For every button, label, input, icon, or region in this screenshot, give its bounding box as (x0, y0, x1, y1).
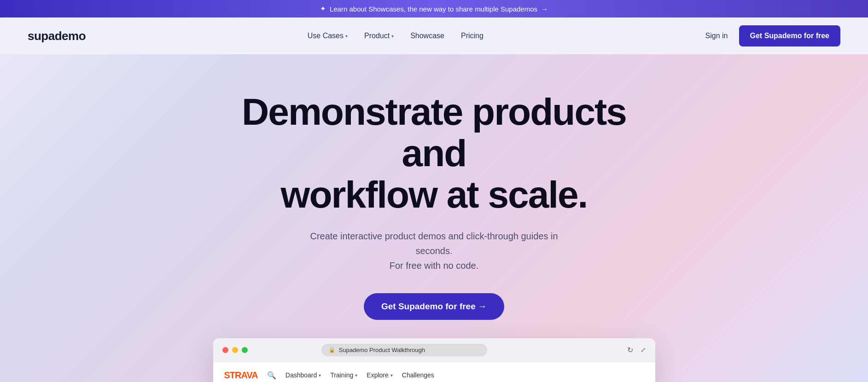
training-tab[interactable]: Training ▾ (330, 371, 357, 379)
nav-link-showcase[interactable]: Showcase (410, 32, 444, 40)
chevron-down-icon: ▾ (390, 373, 393, 378)
banner-icon: ✦ (320, 5, 326, 13)
nav-link-product[interactable]: Product ▾ (364, 32, 394, 40)
nav-item-showcase[interactable]: Showcase (410, 32, 444, 40)
logo[interactable]: supademo (28, 29, 86, 43)
signin-link[interactable]: Sign in (705, 32, 728, 40)
navbar: supademo Use Cases ▾ Product ▾ Showcase … (0, 17, 868, 54)
browser-preview: 🔒 Supademo Product Walkthrough ↻ ⤢ STRAV… (213, 338, 655, 382)
chevron-down-icon: ▾ (319, 373, 321, 378)
expand-icon[interactable]: ⤢ (641, 346, 646, 353)
minimize-window-button[interactable] (232, 347, 238, 353)
chevron-down-icon: ▾ (355, 373, 357, 378)
dashboard-tab[interactable]: Dashboard ▾ (285, 371, 321, 379)
nav-link-use-cases[interactable]: Use Cases ▾ (308, 32, 348, 40)
banner-text: Learn about Showcases, the new way to sh… (330, 5, 537, 13)
nav-link-pricing[interactable]: Pricing (461, 32, 484, 40)
refresh-icon[interactable]: ↻ (627, 346, 633, 354)
nav-right: Sign in Get Supademo for free (705, 25, 840, 46)
hero-cta-button[interactable]: Get Supademo for free → (364, 293, 504, 320)
search-icon[interactable]: 🔍 (267, 371, 276, 380)
nav-links: Use Cases ▾ Product ▾ Showcase Pricing (308, 32, 484, 40)
hero-subtitle: Create interactive product demos and cli… (296, 229, 572, 273)
chevron-down-icon: ▾ (345, 34, 348, 39)
maximize-window-button[interactable] (242, 347, 248, 353)
strava-logo: STRAVA (224, 370, 258, 381)
top-banner[interactable]: ✦ Learn about Showcases, the new way to … (0, 0, 868, 17)
nav-cta-button[interactable]: Get Supademo for free (739, 25, 840, 46)
hero-title: Demonstrate products and workflow at sca… (227, 91, 641, 216)
lock-icon: 🔒 (329, 347, 335, 353)
chevron-down-icon: ▾ (391, 34, 394, 39)
explore-tab[interactable]: Explore ▾ (367, 371, 392, 379)
browser-content: STRAVA 🔍 Dashboard ▾ Training ▾ Explore … (213, 362, 655, 382)
address-text: Supademo Product Walkthrough (339, 347, 425, 353)
browser-bar: 🔒 Supademo Product Walkthrough ↻ ⤢ (213, 338, 655, 362)
browser-traffic-lights (222, 347, 248, 353)
challenges-tab[interactable]: Challenges (402, 371, 434, 379)
hero-section: Demonstrate products and workflow at sca… (0, 54, 868, 382)
close-window-button[interactable] (222, 347, 228, 353)
address-bar[interactable]: 🔒 Supademo Product Walkthrough (321, 344, 487, 356)
nav-item-pricing[interactable]: Pricing (461, 32, 484, 40)
nav-item-use-cases[interactable]: Use Cases ▾ (308, 32, 348, 40)
banner-arrow: → (541, 5, 548, 13)
nav-item-product[interactable]: Product ▾ (364, 32, 394, 40)
